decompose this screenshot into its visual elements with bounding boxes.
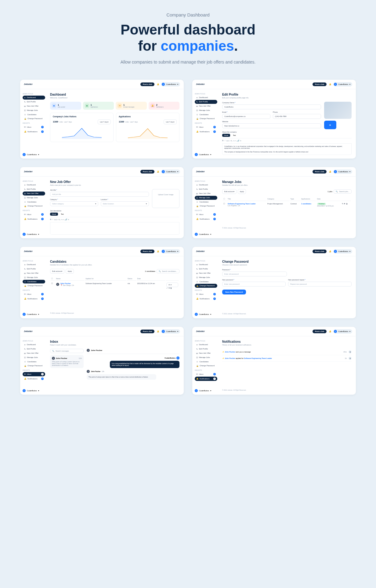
sidebar-item-candidates[interactable]: ☺ Candidates bbox=[23, 360, 45, 363]
sidebar-item-manage-jobs[interactable]: ☰ Manage Jobs bbox=[195, 108, 217, 112]
bulk-actions-select[interactable]: Bulk actions ▾ bbox=[50, 269, 64, 274]
about-textarea[interactable]: CoderBotics, Inc. is an American multina… bbox=[222, 144, 352, 155]
sidebar-item-edit-profile[interactable]: ✎ Edit Profile bbox=[23, 100, 45, 104]
video-upload-button[interactable]: ▶ bbox=[324, 121, 336, 129]
notifications-icon[interactable]: 🔔 bbox=[328, 83, 331, 86]
notifications-icon[interactable]: 🔔 bbox=[156, 250, 159, 253]
user-menu[interactable]: CCoderBotics ▾ bbox=[333, 329, 352, 334]
notifications-icon[interactable]: 🔔 bbox=[328, 330, 331, 333]
sidebar-item-notifications[interactable]: 🔔 Notifications5 bbox=[23, 130, 45, 134]
sidebar-item-change-password[interactable]: 🔒 Change Password bbox=[23, 117, 45, 121]
sidebar-item-candidates[interactable]: ☺ Candidates bbox=[195, 280, 217, 283]
brand-logo[interactable]: Jobster bbox=[196, 330, 205, 333]
sidebar-item-dashboard[interactable]: ✦ Dashboard bbox=[195, 183, 217, 187]
editor-toolbar[interactable]: B I ⧉ ≡ • ¶ ↶ ↷ 🔗 ✕ bbox=[50, 217, 179, 222]
checkbox[interactable]: ☐ bbox=[51, 283, 53, 284]
sidebar-item-candidates[interactable]: ☺ Candidates bbox=[195, 360, 217, 363]
sidebar-item-dashboard[interactable]: ✦ Dashboard bbox=[23, 343, 45, 347]
brand-logo[interactable]: Jobster bbox=[196, 83, 205, 86]
sidebar-item-inbox[interactable]: ✉ Inbox3 bbox=[195, 372, 217, 376]
sidebar-item-dashboard[interactable]: ✦ Dashboard bbox=[195, 96, 217, 100]
sidebar-item-change-password[interactable]: 🔒 Change Password bbox=[195, 284, 217, 288]
sidebar-item-edit-profile[interactable]: ✎ Edit Profile bbox=[195, 100, 217, 104]
notification-row[interactable]: ⚡ John Fischer applied for Software Engi… bbox=[222, 355, 352, 362]
cover-upload[interactable]: Upload Cover Image bbox=[152, 189, 179, 208]
sidebar-item-new-job[interactable]: ⊞ New Job Offer bbox=[195, 104, 217, 108]
sidebar-item-inbox[interactable]: ✉ Inbox3 bbox=[195, 125, 217, 129]
sidebar-item-change-password[interactable]: 🔒 Change Password bbox=[195, 364, 217, 368]
user-menu[interactable]: CCoderBotics ▾ bbox=[161, 82, 180, 86]
sidebar-item-manage-jobs[interactable]: ☰ Manage Jobs bbox=[195, 356, 217, 360]
job-title-input[interactable]: Add job title bbox=[50, 192, 149, 197]
sidebar-item-notifications[interactable]: 🔔 Notifications5 bbox=[195, 130, 217, 134]
sidebar-item-manage-jobs[interactable]: ☰ Manage Jobs bbox=[195, 196, 217, 200]
post-job-button[interactable]: Post a Job bbox=[140, 82, 154, 86]
sidebar-user[interactable]: CCoderBotics ▾ bbox=[23, 151, 45, 156]
brand-logo[interactable]: Jobster bbox=[24, 83, 33, 86]
view-icon[interactable]: 👁 bbox=[344, 203, 345, 205]
sidebar-item-candidates[interactable]: ☺ Candidates bbox=[23, 200, 45, 204]
user-menu[interactable]: CCoderBotics ▾ bbox=[161, 170, 180, 174]
location-select[interactable]: Select location▾ bbox=[101, 201, 149, 206]
editor-toolbar[interactable]: B I ⧉ ≡ • ¶ ↶ ↷ 🔗 ✕ bbox=[222, 138, 352, 144]
sidebar-item-new-job[interactable]: ⊞ New Job Offer bbox=[195, 192, 217, 195]
sidebar-item-change-password[interactable]: 🔒 Change Password bbox=[195, 204, 217, 208]
delete-icon[interactable]: 🗑 bbox=[346, 203, 348, 205]
status-select[interactable]: n/a ▾ bbox=[166, 283, 178, 287]
sidebar-item-edit-profile[interactable]: ✎ Edit Profile bbox=[23, 347, 45, 351]
post-job-button[interactable]: Post a Job bbox=[140, 170, 154, 173]
sidebar-item-edit-profile[interactable]: ✎ Edit Profile bbox=[195, 267, 217, 271]
sidebar-item-new-job[interactable]: ⊞ New Job Offer bbox=[23, 351, 45, 355]
new-password-input[interactable]: Enter new password bbox=[222, 282, 286, 287]
sidebar-item-inbox[interactable]: ✉ Inbox3 bbox=[23, 292, 45, 296]
post-job-button[interactable]: Post a Job bbox=[313, 82, 327, 86]
sidebar-item-change-password[interactable]: 🔒 Change Password bbox=[23, 364, 45, 368]
brand-logo[interactable]: Jobster bbox=[196, 250, 205, 253]
sidebar-item-new-job[interactable]: ⊞ New Job Offer bbox=[23, 192, 45, 195]
table-row[interactable]: ☐ Software Engineering Team LeaderLos An… bbox=[223, 202, 351, 208]
notifications-icon[interactable]: 🔔 bbox=[328, 170, 331, 173]
brand-logo[interactable]: Jobster bbox=[24, 250, 33, 253]
sidebar-item-new-job[interactable]: ⊞ New Job Offer bbox=[23, 104, 45, 108]
sidebar-item-candidates[interactable]: ☺ Candidates bbox=[23, 113, 45, 116]
post-job-button[interactable]: Post a Job bbox=[313, 250, 327, 253]
notifications-icon[interactable]: 🔔 bbox=[156, 83, 159, 86]
post-job-button[interactable]: Post a Job bbox=[140, 330, 154, 333]
sidebar-user[interactable]: CCoderBotics ▾ bbox=[23, 230, 45, 236]
editor-tab-text[interactable]: Text bbox=[59, 213, 66, 216]
search-jobs-input[interactable]: 🔍 Search jobs... bbox=[334, 189, 352, 194]
delete-icon[interactable]: 🗑 bbox=[349, 350, 352, 353]
sidebar-item-inbox[interactable]: ✉ Inbox3 bbox=[23, 372, 45, 376]
sidebar-item-inbox[interactable]: ✉ Inbox3 bbox=[23, 125, 45, 129]
conversation-item[interactable]: JJohn Fischer11h The point of using Lore… bbox=[50, 355, 84, 368]
sidebar-item-manage-jobs[interactable]: ☰ Manage Jobs bbox=[23, 276, 45, 279]
sidebar-item-notifications[interactable]: 🔔 Notifications5 bbox=[23, 377, 45, 381]
sidebar-item-dashboard[interactable]: ✦ Dashboard bbox=[23, 96, 45, 100]
table-row[interactable]: ☐ JJohn Fischer📍 San Diego, CA Software … bbox=[51, 281, 179, 290]
sidebar-item-dashboard[interactable]: ✦ Dashboard bbox=[195, 263, 217, 267]
sidebar-item-new-job[interactable]: ⊞ New Job Offer bbox=[195, 271, 217, 275]
sidebar-user[interactable]: CCoderBotics ▾ bbox=[195, 310, 217, 316]
phone-input[interactable]: (124) 456-7890 bbox=[273, 114, 321, 119]
edit-icon[interactable]: ✎ bbox=[342, 203, 343, 205]
sidebar-user[interactable]: CCoderBotics ▾ bbox=[195, 387, 217, 392]
notifications-icon[interactable]: 🔔 bbox=[156, 330, 159, 333]
sidebar-item-new-job[interactable]: ⊞ New Job Offer bbox=[195, 351, 217, 355]
chart-period-select[interactable]: Last 7 days ▾ bbox=[164, 119, 177, 124]
sidebar-item-inbox[interactable]: ✉ Inbox3 bbox=[23, 212, 45, 217]
sidebar-item-notifications[interactable]: 🔔 Notifications5 bbox=[195, 377, 217, 381]
cover-image[interactable] bbox=[324, 102, 352, 119]
action-icon[interactable]: ✓ bbox=[166, 287, 168, 289]
website-input[interactable]: https://pixelprime.co bbox=[222, 123, 321, 128]
sidebar-item-edit-profile[interactable]: ✎ Edit Profile bbox=[195, 347, 217, 351]
sidebar-item-notifications[interactable]: 🔔 Notifications5 bbox=[195, 217, 217, 221]
apply-button[interactable]: Apply bbox=[238, 189, 246, 194]
old-password-input[interactable]: Enter old password bbox=[222, 272, 287, 276]
notifications-icon[interactable]: 🔔 bbox=[328, 250, 331, 253]
chart-period-select[interactable]: Last 7 days ▾ bbox=[98, 119, 111, 124]
sidebar-user[interactable]: CCoderBotics ▾ bbox=[195, 230, 217, 236]
repeat-password-input[interactable]: Repeat new password bbox=[288, 282, 352, 287]
search-candidates-input[interactable]: 🔍 Search candidates... bbox=[157, 269, 179, 273]
sidebar-item-inbox[interactable]: ✉ Inbox3 bbox=[195, 212, 217, 217]
user-menu[interactable]: CCoderBotics ▾ bbox=[161, 329, 180, 334]
